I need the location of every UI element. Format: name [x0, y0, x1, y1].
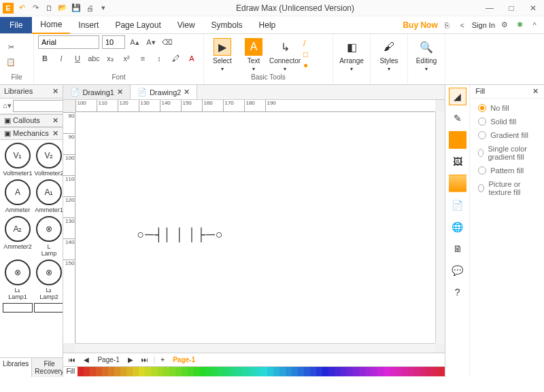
- format-painter-icon[interactable]: ✂: [4, 40, 18, 54]
- color-swatches[interactable]: [78, 367, 445, 377]
- styles-tool[interactable]: 🖌Styles▾: [375, 37, 403, 72]
- shape-rect2[interactable]: [34, 303, 63, 314]
- vertical-scrollbar[interactable]: [435, 112, 445, 343]
- font-color-button[interactable]: A: [185, 52, 199, 65]
- page-prev-icon[interactable]: ◀: [81, 355, 92, 364]
- shape-ammeter[interactable]: AAmmeter: [3, 179, 33, 213]
- horizontal-scrollbar[interactable]: [75, 343, 435, 353]
- open-icon[interactable]: 📂: [57, 3, 68, 14]
- canvas-wrap: 100110120130140150160170180190 809010011…: [63, 100, 445, 353]
- solid-fill-icon[interactable]: [449, 131, 466, 149]
- gradient-fill-icon[interactable]: [449, 175, 466, 192]
- shape-voltmeter2[interactable]: V₂Voltmeter2: [34, 143, 63, 177]
- ribbon: ✂ 📋 File A▴ A▾ ⌫ B I U abc x₂ x² ≡ ↕ �: [0, 34, 544, 85]
- clear-format-icon[interactable]: ⌫: [160, 35, 174, 49]
- redo-icon[interactable]: ↷: [30, 3, 41, 14]
- subscript-button[interactable]: x₂: [103, 52, 117, 65]
- lib-cat-callouts[interactable]: ▣ Callouts✕: [0, 114, 63, 127]
- libraries-close-icon[interactable]: ✕: [52, 87, 58, 96]
- select-tool[interactable]: ▶Select▾: [208, 37, 237, 72]
- bullets-button[interactable]: ≡: [136, 52, 150, 65]
- canvas[interactable]: ○─┤│ │ │├─○: [75, 112, 435, 343]
- export-icon[interactable]: ⎘: [442, 20, 453, 31]
- shape-voltmeter1[interactable]: V₁Voltmeter1: [3, 143, 33, 177]
- page-first-icon[interactable]: ⏮: [66, 355, 78, 364]
- save-icon[interactable]: 💾: [71, 3, 82, 14]
- layer-tool-icon[interactable]: 🗎: [449, 240, 466, 257]
- spacing-button[interactable]: ↕: [152, 52, 166, 65]
- line-tool-icon[interactable]: ✎: [449, 109, 466, 127]
- menu-home[interactable]: Home: [32, 16, 70, 34]
- text-tool[interactable]: AText▾: [239, 37, 268, 72]
- shape-ammeter2[interactable]: A₂Ammeter2: [3, 216, 33, 257]
- lib-cat-mechanics[interactable]: ▣ Mechanics✕: [0, 127, 63, 140]
- shape-rect1[interactable]: [3, 303, 33, 314]
- library-search-input[interactable]: [13, 100, 64, 112]
- page-tool-icon[interactable]: 📄: [449, 196, 466, 214]
- libraries-panel: Libraries✕ ⌂▾ 🔍 ▣ Callouts✕ ▣ Mechanics✕…: [0, 85, 63, 377]
- libraries-title: Libraries: [4, 87, 33, 96]
- collapse-ribbon-icon[interactable]: ^: [529, 20, 540, 31]
- circuit-drawing[interactable]: ○─┤│ │ │├─○: [137, 228, 224, 242]
- bold-button[interactable]: B: [38, 52, 52, 65]
- help-tool-icon[interactable]: ?: [449, 283, 466, 301]
- tab-file-recovery[interactable]: File Recovery: [32, 358, 63, 377]
- italic-button[interactable]: I: [54, 52, 68, 65]
- page-last-icon[interactable]: ⏭: [139, 355, 151, 364]
- more-qat-icon[interactable]: ▾: [98, 3, 109, 14]
- superscript-button[interactable]: x²: [120, 52, 133, 65]
- sign-in-link[interactable]: Sign In: [472, 21, 495, 29]
- minimize-button[interactable]: —: [481, 3, 498, 13]
- highlight-button[interactable]: 🖍: [169, 52, 182, 65]
- connector-tool[interactable]: ↳Connector▾: [271, 37, 299, 72]
- fill-opt-solid[interactable]: Solid fill: [478, 118, 536, 126]
- image-fill-icon[interactable]: 🖼: [449, 153, 466, 171]
- home-icon[interactable]: ⌂▾: [3, 100, 12, 111]
- fill-opt-gradient[interactable]: Gradient fill: [478, 131, 536, 139]
- window-title: Edraw Max (Unlicensed Version): [109, 3, 481, 13]
- menu-page-layout[interactable]: Page Layout: [107, 17, 169, 33]
- font-name-combo[interactable]: [38, 35, 99, 49]
- file-menu[interactable]: File: [0, 17, 32, 33]
- shape-lamp[interactable]: ⊗LLamp: [34, 216, 63, 257]
- tab-libraries[interactable]: Libraries: [0, 358, 32, 377]
- fill-tool-icon[interactable]: ◢: [449, 88, 466, 105]
- underline-button[interactable]: U: [71, 52, 84, 65]
- doc-tab-1[interactable]: 📄 Drawing1 ✕: [63, 85, 130, 99]
- page-tab-1[interactable]: Page-1: [170, 355, 198, 364]
- strike-button[interactable]: abc: [87, 52, 101, 65]
- maximize-button[interactable]: □: [503, 3, 520, 13]
- fill-panel-close-icon[interactable]: ✕: [532, 87, 539, 96]
- fill-opt-single-gradient[interactable]: Single color gradient fill: [478, 145, 536, 161]
- increase-font-icon[interactable]: A▴: [128, 35, 141, 49]
- fill-opt-nofill[interactable]: No fill: [478, 104, 536, 112]
- undo-icon[interactable]: ↶: [16, 3, 27, 14]
- print-icon[interactable]: 🖨: [84, 3, 95, 14]
- globe-tool-icon[interactable]: 🌐: [449, 218, 466, 236]
- share-icon[interactable]: <: [457, 20, 468, 31]
- fill-opt-picture[interactable]: Picture or texture fill: [478, 180, 536, 196]
- buy-now-link[interactable]: Buy Now: [403, 20, 437, 30]
- new-icon[interactable]: 🗋: [44, 3, 54, 14]
- shape-lamp2[interactable]: ⊗L₂Lamp2: [34, 260, 63, 300]
- menu-help[interactable]: Help: [251, 17, 284, 33]
- menu-insert[interactable]: Insert: [70, 17, 107, 33]
- quick-shapes[interactable]: /□●: [302, 37, 309, 71]
- menu-view[interactable]: View: [169, 17, 203, 33]
- page-next-icon[interactable]: ▶: [125, 355, 136, 364]
- font-size-combo[interactable]: [102, 35, 125, 49]
- fill-opt-pattern[interactable]: Pattern fill: [478, 166, 536, 175]
- add-page-button[interactable]: +: [158, 355, 167, 364]
- doc-tab-2[interactable]: 📄 Drawing2 ✕: [131, 85, 197, 99]
- decrease-font-icon[interactable]: A▾: [144, 35, 158, 49]
- menu-symbols[interactable]: Symbols: [203, 17, 251, 33]
- shape-lamp1[interactable]: ⊗L₁Lamp1: [3, 260, 33, 300]
- editing-tool[interactable]: 🔍Editing▾: [412, 37, 441, 72]
- arrange-tool[interactable]: ◧Arrange▾: [337, 37, 366, 72]
- settings-icon[interactable]: ⚙: [499, 20, 510, 31]
- comment-tool-icon[interactable]: 💬: [449, 262, 466, 279]
- paste-icon[interactable]: 📋: [4, 55, 18, 69]
- document-tabs: 📄 Drawing1 ✕ 📄 Drawing2 ✕: [63, 85, 445, 100]
- close-button[interactable]: ✕: [525, 3, 541, 13]
- shape-ammeter1[interactable]: A₁Ammeter1: [34, 179, 63, 213]
